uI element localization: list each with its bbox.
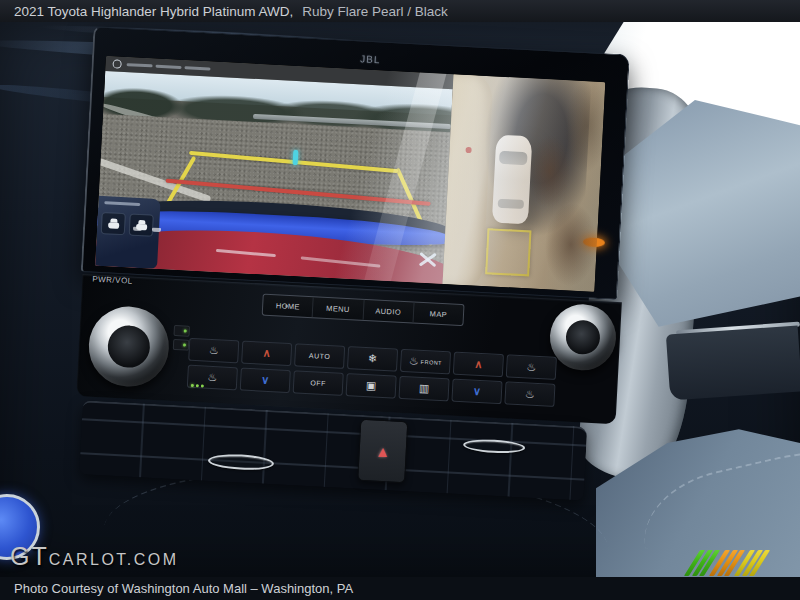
- audio-button: AUDIO: [362, 300, 413, 323]
- car-icon: [108, 222, 119, 229]
- auto-button: AUTO: [294, 343, 345, 369]
- rear-glass: [498, 199, 524, 209]
- rear-camera-view: [95, 56, 454, 284]
- check-surroundings-icon: [112, 59, 121, 68]
- watermark-gt: GT: [10, 542, 49, 570]
- front-defrost-label: FRONT: [421, 358, 443, 365]
- vent-slider-left: [208, 453, 275, 471]
- screenshot: 2021 Toyota Highlander Hybrid Platinum A…: [0, 0, 800, 600]
- seat-heat-right-button: ♨: [506, 354, 557, 380]
- fan-button: ❄: [347, 346, 398, 372]
- rear-defrost-button: ▥: [398, 376, 449, 402]
- ego-vehicle-top-view: [492, 135, 533, 225]
- audio-button-label: AUDIO: [375, 306, 401, 316]
- interior-photo: JBL: [0, 22, 800, 577]
- seat-vent-right-icon: ♨: [525, 388, 535, 400]
- rear-defrost-icon: ▥: [419, 383, 430, 395]
- chevron-up-icon: ∧: [262, 348, 271, 359]
- front-defrost-button: ♨FRONT: [400, 349, 451, 375]
- front-defrost-icon: ♨: [409, 355, 419, 367]
- seat-vent-left-icon: ♨: [207, 372, 217, 384]
- chevron-down-icon: ∨: [473, 386, 482, 397]
- camera-mode-rear-icon: [101, 212, 126, 235]
- car-icon: [136, 224, 147, 231]
- windshield: [499, 151, 528, 165]
- tree-shadow: [563, 76, 606, 174]
- menu-button: MENU: [312, 297, 363, 320]
- passenger-temp-down-button: ∨: [451, 379, 502, 405]
- stripe-group-green: [692, 550, 712, 576]
- camera-mode-panel: [95, 196, 161, 269]
- parking-guide-box: [485, 228, 531, 276]
- seat-vent-left-button: ♨: [187, 365, 238, 391]
- title-bar: 2021 Toyota Highlander Hybrid Platinum A…: [0, 0, 800, 22]
- tune-scroll-knob: [548, 303, 617, 372]
- birds-eye-view: [443, 74, 606, 292]
- stripe-group-yellow: [742, 550, 762, 576]
- hazard-triangle-icon: ▲: [375, 442, 391, 460]
- power-volume-label: PWR/VOL: [92, 275, 133, 286]
- infotainment-bezel: JBL: [81, 26, 630, 300]
- center-stack: JBL: [63, 22, 647, 517]
- auto-button-label: AUTO: [309, 352, 331, 360]
- home-button-label: HOME: [276, 301, 301, 311]
- fan-icon: ❄: [368, 353, 378, 364]
- seat-vent-right-button: ♨: [504, 381, 555, 407]
- climate-controls: ♨ ∧ AUTO ❄ ♨FRONT ∧ ♨ ♨ ∨ OFF ▣ ▥: [187, 338, 557, 407]
- chevron-down-icon: ∨: [261, 375, 270, 386]
- hazard-button: ▲: [357, 419, 408, 483]
- knob-face: [565, 319, 601, 355]
- passenger-temp-up-button: ∧: [453, 352, 504, 378]
- vehicle-title: 2021 Toyota Highlander Hybrid Platinum A…: [14, 4, 293, 19]
- driver-temp-down-button: ∨: [240, 367, 291, 393]
- seat-heat-level-leds: [191, 384, 194, 387]
- camera-mode-panorama-icon: [129, 213, 154, 236]
- jbl-logo: JBL: [360, 53, 381, 65]
- chevron-up-icon: ∧: [474, 359, 483, 370]
- map-button-label: MAP: [429, 309, 447, 319]
- camera-display: [95, 56, 605, 292]
- recirculation-button: ▣: [346, 373, 397, 399]
- seat-heat-left-icon: ♨: [209, 345, 219, 357]
- preset-buttons: [173, 325, 190, 352]
- gtcarlot-stripes-logo: [692, 550, 776, 576]
- menu-button-label: MENU: [326, 303, 350, 313]
- center-marker-cyan: [293, 150, 299, 165]
- home-button: HOME: [263, 295, 313, 318]
- dark-dash-trim: [666, 325, 800, 400]
- seat-heat-right-icon: ♨: [526, 361, 536, 373]
- vehicle-color-spec: Ruby Flare Pearl / Black: [302, 4, 448, 19]
- vent-slider-right: [463, 438, 526, 454]
- driver-temp-up-button: ∧: [241, 341, 292, 367]
- head-unit-controls: PWR/VOL HOME MENU AUDIO MAP ♨ ∧ AUTO ❄: [76, 274, 622, 424]
- disclaimer-text: [127, 63, 211, 70]
- ac-off-button: OFF: [293, 370, 344, 396]
- watermark-carlot: carlot.com: [49, 551, 179, 568]
- panoramic-view-logo: [417, 251, 438, 268]
- photo-credit: Photo Courtesy of Washington Auto Mall –…: [14, 581, 353, 596]
- stripe-group-orange: [717, 550, 737, 576]
- recirculation-icon: ▣: [366, 380, 377, 392]
- media-button-strip: HOME MENU AUDIO MAP: [262, 294, 465, 327]
- knob-face: [107, 325, 151, 369]
- power-volume-knob: [87, 305, 171, 389]
- seat-heat-left-button: ♨: [188, 338, 239, 364]
- gtcarlot-watermark: GTcarlot.com: [10, 542, 179, 571]
- off-button-label: OFF: [310, 379, 326, 387]
- camera-panel-label: [104, 201, 140, 206]
- credit-bar: Photo Courtesy of Washington Auto Mall –…: [0, 577, 800, 600]
- map-button: MAP: [412, 302, 463, 325]
